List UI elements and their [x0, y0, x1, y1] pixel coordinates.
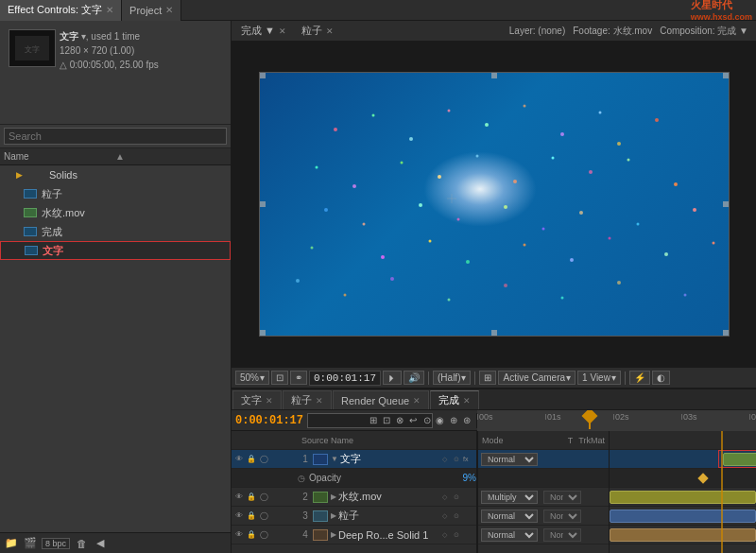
tab-close-lizhi[interactable]: ✕ [326, 26, 334, 36]
sw-icon-3b[interactable]: ⊙ [451, 510, 462, 522]
fit-button[interactable]: ⊡ [271, 371, 288, 385]
playback-btn[interactable]: ⏵ [383, 371, 402, 385]
new-comp-icon[interactable]: 🎬 [23, 536, 38, 551]
tl-icon4[interactable]: ↩ [407, 413, 419, 428]
tl-icon2[interactable]: ⊡ [381, 413, 392, 428]
tl-tab-wancheng[interactable]: 完成 ✕ [430, 390, 479, 409]
arrow-icon[interactable]: ◀ [93, 536, 108, 551]
mode-row-4: Normal None [478, 526, 609, 544]
svg-point-46 [560, 297, 563, 300]
ruler-0s: 00s [479, 412, 493, 422]
tab-project-close[interactable]: ✕ [165, 5, 173, 15]
exposure-btn[interactable]: ◐ [652, 371, 670, 385]
tl-tab-renderqueue[interactable]: Render Queue ✕ [333, 390, 429, 409]
eye-icon-4[interactable]: 👁 [233, 529, 245, 541]
layer-3-chevron[interactable]: ▶ [331, 511, 336, 520]
svg-point-48 [683, 294, 686, 297]
tl-tab-wenzi-close[interactable]: ✕ [266, 396, 273, 406]
list-item-solids[interactable]: ▶ Solids [0, 165, 231, 184]
viewer-timecode[interactable]: 0:00:01:17 [309, 371, 381, 386]
eye-icon-1[interactable]: 👁 [233, 454, 245, 465]
sw-icon-1a[interactable]: ◇ [438, 454, 450, 465]
sw-icon-2a[interactable]: ◇ [438, 492, 450, 503]
lock-icon-1[interactable]: 🔒 [246, 454, 257, 465]
handle-r [723, 201, 729, 207]
viewer-tab-lizhi[interactable]: 粒子 ✕ [296, 21, 339, 42]
sort-icon[interactable]: ▲ [115, 151, 227, 162]
tl-icon3[interactable]: ⊗ [394, 413, 405, 428]
svg-point-45 [504, 284, 507, 287]
solo-icon-3[interactable]: ◯ [258, 510, 269, 522]
tab-effect-controls-close[interactable]: ✕ [106, 5, 113, 15]
viewer-tab-wancheng[interactable]: 完成 ▼ ✕ [235, 21, 292, 42]
layer-4-chevron[interactable]: ▶ [331, 530, 336, 539]
new-folder-icon[interactable]: 📁 [4, 536, 19, 551]
mode-select-2[interactable]: Multiply [481, 491, 538, 504]
trkmat-select-4[interactable]: None [543, 528, 581, 542]
view-arrow: ▾ [611, 372, 616, 383]
camera-button[interactable]: Active Camera ▾ [498, 371, 576, 385]
eye-icon-3[interactable]: 👁 [233, 510, 245, 522]
tl-layer-2[interactable]: 👁 🔒 ◯ 2 ▶ 水纹.mov ◇ ⊙ [232, 488, 476, 507]
tl-icon8[interactable]: ⊛ [461, 413, 472, 428]
layer-2-num: 2 [298, 492, 313, 502]
trkmat-select-2[interactable]: None [543, 491, 581, 504]
audio-btn[interactable]: 🔊 [404, 371, 424, 385]
lock-icon-3[interactable]: 🔒 [246, 510, 257, 522]
tl-layer-3[interactable]: 👁 🔒 ◯ 3 ▶ 粒子 ◇ ⊙ [232, 507, 476, 526]
view-button[interactable]: 1 View ▾ [577, 371, 621, 385]
tl-icon7[interactable]: ⊕ [448, 413, 459, 428]
solo-icon-2[interactable]: ◯ [258, 492, 269, 503]
mode-select-1[interactable]: Normal [481, 453, 538, 466]
sw-icon-4a[interactable]: ◇ [438, 529, 450, 541]
snap-button[interactable]: ⚭ [290, 371, 307, 385]
tl-tab-wancheng-close[interactable]: ✕ [463, 396, 471, 406]
tl-tab-lizhi[interactable]: 粒子 ✕ [283, 390, 332, 409]
handle-b [491, 330, 497, 336]
tab-project[interactable]: Project ✕ [122, 0, 181, 21]
tl-icon6[interactable]: ◉ [435, 413, 446, 428]
trkmat-select-3[interactable]: None [543, 510, 581, 523]
tl-tab-wenzi[interactable]: 文字 ✕ [232, 390, 282, 409]
tl-layer-1-opacity[interactable]: ◷ Opacity 9% [232, 469, 476, 488]
sw-icon-2b[interactable]: ⊙ [451, 492, 462, 503]
sw-icon-1b[interactable]: ⊙ [451, 454, 462, 465]
lock-icon-4[interactable]: 🔒 [246, 529, 257, 541]
mode-row-1-sub [478, 469, 609, 488]
tl-timecode[interactable]: 0:00:01:17 [235, 414, 303, 427]
list-item-wenzi[interactable]: 文字 [0, 241, 231, 260]
mode-select-4[interactable]: Normal [481, 528, 538, 542]
mode-select-3[interactable]: Normal [481, 510, 538, 523]
list-item-wancheng[interactable]: 完成 [0, 222, 231, 241]
tl-tab-renderqueue-close[interactable]: ✕ [413, 396, 421, 406]
trash-icon[interactable]: 🗑 [74, 536, 89, 551]
list-item-lizhi[interactable]: 粒子 [0, 184, 231, 203]
list-item-shuiwen[interactable]: 水纹.mov [0, 203, 231, 222]
eye-icon-2[interactable]: 👁 [233, 492, 245, 503]
tl-tab-lizhi-close[interactable]: ✕ [316, 396, 323, 406]
lock-icon-2[interactable]: 🔒 [246, 492, 257, 503]
fx-label-1: fx [463, 456, 468, 462]
mode-row-2: Multiply None [478, 488, 609, 507]
sw-icon-3a[interactable]: ◇ [438, 510, 450, 522]
layer-2-chevron[interactable]: ▶ [331, 493, 336, 501]
tl-icon1[interactable]: ⊞ [368, 413, 379, 428]
quality-button[interactable]: (Half) ▾ [433, 371, 471, 385]
zoom-button[interactable]: 50% ▾ [235, 371, 269, 385]
tab-close-wancheng[interactable]: ✕ [279, 26, 286, 36]
solo-icon-1[interactable]: ◯ [258, 454, 269, 465]
tl-layer-1[interactable]: 👁 🔒 ◯ 1 ▼ 文字 ◇ ⊙ fx [232, 450, 476, 469]
tl-icon5[interactable]: ⊙ [421, 413, 433, 428]
tab-project-label: Project [129, 5, 162, 16]
fast-preview-btn[interactable]: ⚡ [629, 371, 650, 385]
playhead-line [589, 410, 591, 429]
search-input[interactable] [4, 128, 227, 145]
solo-icon-4[interactable]: ◯ [258, 529, 269, 541]
view-label: 1 View [582, 372, 610, 383]
tab-effect-controls[interactable]: Effect Controls: 文字 ✕ [0, 0, 122, 21]
opacity-value[interactable]: 9% [463, 473, 476, 483]
tl-layer-4[interactable]: 👁 🔒 ◯ 4 ▶ Deep Ro...e Solid 1 ◇ ⊙ [232, 526, 476, 544]
layer-1-chevron[interactable]: ▼ [331, 455, 338, 463]
sw-icon-4b[interactable]: ⊙ [451, 529, 462, 541]
grid-btn[interactable]: ⊞ [479, 371, 496, 385]
